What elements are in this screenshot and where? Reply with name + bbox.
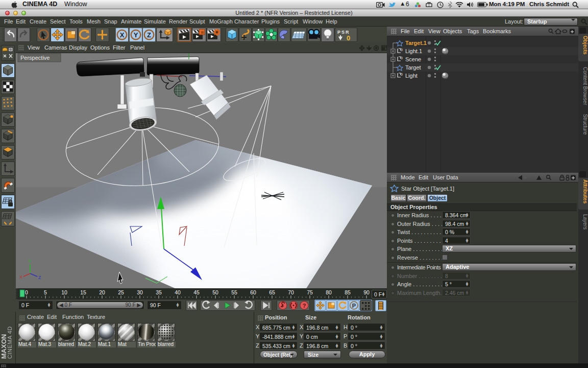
svg-text:85: 85 <box>345 289 351 295</box>
svg-text:15: 15 <box>80 289 86 295</box>
svg-text:30: 30 <box>137 289 143 295</box>
svg-text:0: 0 <box>401 48 403 52</box>
svg-text:70: 70 <box>288 289 294 295</box>
svg-text:55: 55 <box>231 289 237 295</box>
svg-text:10: 10 <box>61 289 67 295</box>
svg-text:35: 35 <box>156 289 162 295</box>
svg-text:Scene: Scene <box>405 56 421 62</box>
svg-text:Target.1: Target.1 <box>405 40 427 46</box>
svg-text:P: P <box>352 303 356 309</box>
svg-text:65: 65 <box>269 289 275 295</box>
svg-text:5: 5 <box>44 289 47 295</box>
svg-text:Perspective: Perspective <box>20 55 50 61</box>
svg-text:60: 60 <box>250 289 256 295</box>
svg-text:80: 80 <box>326 289 332 295</box>
svg-text:X: X <box>19 274 22 280</box>
svg-text:?: ? <box>303 303 306 309</box>
svg-text:25: 25 <box>118 289 124 295</box>
svg-text:75: 75 <box>307 289 313 295</box>
svg-text:Light.1: Light.1 <box>405 48 422 54</box>
svg-text:Y: Y <box>28 259 31 264</box>
svg-text:Y: Y <box>134 31 138 39</box>
svg-text:40: 40 <box>175 289 181 295</box>
svg-text:0: 0 <box>401 56 403 60</box>
svg-text:0: 0 <box>347 34 350 41</box>
svg-text:X: X <box>120 31 125 39</box>
svg-text:Light: Light <box>405 73 418 79</box>
svg-text:20: 20 <box>99 289 105 295</box>
svg-text:Z: Z <box>147 31 151 39</box>
svg-text:0: 0 <box>25 289 28 295</box>
svg-text:Z: Z <box>38 275 41 280</box>
svg-text:Target: Target <box>405 64 421 71</box>
svg-text:45: 45 <box>193 289 200 295</box>
svg-text:90: 90 <box>363 289 370 295</box>
svg-text:50: 50 <box>212 289 218 295</box>
svg-text:0: 0 <box>401 73 403 76</box>
